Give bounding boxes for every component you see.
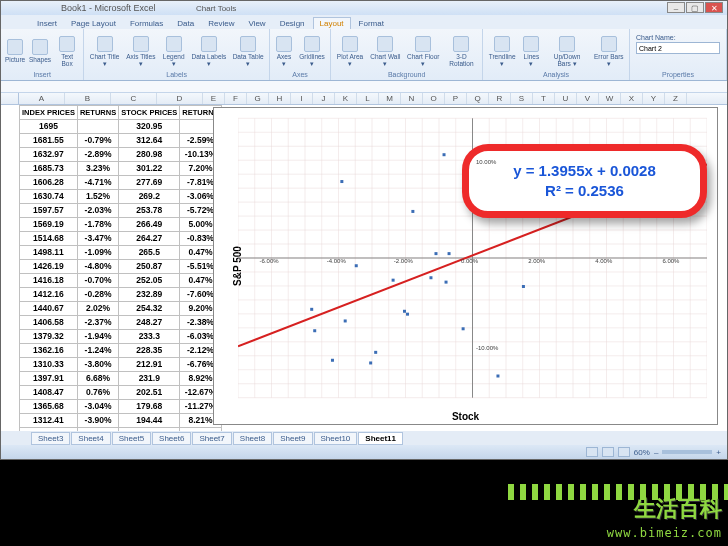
col-header[interactable]: O bbox=[423, 93, 445, 104]
table-cell[interactable]: 1416.18 bbox=[20, 274, 78, 288]
table-cell[interactable]: 232.89 bbox=[119, 288, 180, 302]
table-cell[interactable]: 266.49 bbox=[119, 218, 180, 232]
col-header[interactable]: B bbox=[65, 93, 111, 104]
data-table-button[interactable]: Data Table ▾ bbox=[230, 35, 266, 68]
table-cell[interactable]: 320.95 bbox=[119, 120, 180, 134]
table-cell[interactable]: 1695 bbox=[20, 120, 78, 134]
tab-formulas[interactable]: Formulas bbox=[124, 18, 169, 29]
table-cell[interactable]: -1.24% bbox=[77, 344, 118, 358]
table-cell[interactable]: 280.98 bbox=[119, 148, 180, 162]
table-cell[interactable]: -3.04% bbox=[77, 400, 118, 414]
sheet-tab[interactable]: Sheet5 bbox=[112, 432, 151, 445]
zoom-percent[interactable]: 60% bbox=[634, 448, 650, 457]
col-header[interactable]: Z bbox=[665, 93, 687, 104]
gridlines-button[interactable]: Gridlines ▾ bbox=[297, 35, 327, 68]
zoom-out-button[interactable]: – bbox=[654, 448, 658, 457]
select-all-corner[interactable] bbox=[1, 93, 19, 104]
table-cell[interactable]: 6.68% bbox=[77, 372, 118, 386]
col-header[interactable]: I bbox=[291, 93, 313, 104]
col-header[interactable]: V bbox=[577, 93, 599, 104]
table-cell[interactable]: -1.94% bbox=[77, 330, 118, 344]
col-header[interactable]: Y bbox=[643, 93, 665, 104]
table-cell[interactable]: -1.09% bbox=[77, 246, 118, 260]
tab-insert[interactable]: Insert bbox=[31, 18, 63, 29]
table-cell[interactable]: 1362.16 bbox=[20, 344, 78, 358]
table-cell[interactable]: -1.78% bbox=[77, 218, 118, 232]
table-cell[interactable]: 252.05 bbox=[119, 274, 180, 288]
table-cell[interactable]: 250.87 bbox=[119, 260, 180, 274]
table-cell[interactable]: 277.69 bbox=[119, 176, 180, 190]
tab-layout[interactable]: Layout bbox=[313, 17, 351, 29]
shapes-button[interactable]: Shapes bbox=[28, 38, 52, 64]
table-cell[interactable]: -3.47% bbox=[77, 232, 118, 246]
table-cell[interactable]: 3.23% bbox=[77, 162, 118, 176]
table-cell[interactable]: -3.80% bbox=[77, 358, 118, 372]
table-cell[interactable]: 1379.32 bbox=[20, 330, 78, 344]
table-cell[interactable]: 1606.28 bbox=[20, 176, 78, 190]
sheet-tab[interactable]: Sheet10 bbox=[314, 432, 358, 445]
chart-wall-button[interactable]: Chart Wall ▾ bbox=[368, 35, 403, 68]
table-cell[interactable]: -2.89% bbox=[77, 148, 118, 162]
table-cell[interactable]: 1569.19 bbox=[20, 218, 78, 232]
col-header[interactable]: M bbox=[379, 93, 401, 104]
sheet-tab[interactable]: Sheet3 bbox=[31, 432, 70, 445]
col-header[interactable]: F bbox=[225, 93, 247, 104]
col-header[interactable]: W bbox=[599, 93, 621, 104]
table-cell[interactable]: -2.03% bbox=[77, 204, 118, 218]
sheet-tab[interactable]: Sheet11 bbox=[358, 432, 403, 445]
table-cell[interactable]: -4.71% bbox=[77, 176, 118, 190]
zoom-in-button[interactable]: + bbox=[716, 448, 721, 457]
picture-button[interactable]: Picture bbox=[4, 38, 26, 64]
table-cell[interactable]: 194.44 bbox=[119, 414, 180, 428]
table-cell[interactable]: 202.51 bbox=[119, 386, 180, 400]
table-cell[interactable]: -0.28% bbox=[77, 288, 118, 302]
chart-title-button[interactable]: Chart Title ▾ bbox=[87, 35, 121, 68]
col-header[interactable]: R bbox=[489, 93, 511, 104]
col-header[interactable]: U bbox=[555, 93, 577, 104]
page-break-view-button[interactable] bbox=[618, 447, 630, 457]
table-cell[interactable]: -3.90% bbox=[77, 414, 118, 428]
sheet-tab[interactable]: Sheet4 bbox=[71, 432, 110, 445]
col-header[interactable]: S bbox=[511, 93, 533, 104]
table-cell[interactable]: 1365.68 bbox=[20, 400, 78, 414]
tab-data[interactable]: Data bbox=[171, 18, 200, 29]
minimize-button[interactable]: – bbox=[667, 2, 685, 13]
col-header[interactable]: C bbox=[111, 93, 157, 104]
col-header[interactable]: D bbox=[157, 93, 203, 104]
table-cell[interactable]: -4.80% bbox=[77, 260, 118, 274]
col-header[interactable]: K bbox=[335, 93, 357, 104]
table-cell[interactable]: 1630.74 bbox=[20, 190, 78, 204]
table-cell[interactable]: 231.9 bbox=[119, 372, 180, 386]
table-cell[interactable]: 179.68 bbox=[119, 400, 180, 414]
sheet-tab[interactable]: Sheet7 bbox=[192, 432, 231, 445]
sheet-tab[interactable]: Sheet8 bbox=[233, 432, 272, 445]
col-header[interactable]: L bbox=[357, 93, 379, 104]
table-cell[interactable]: -2.37% bbox=[77, 316, 118, 330]
close-button[interactable]: ✕ bbox=[705, 2, 723, 13]
table-cell[interactable]: 1397.91 bbox=[20, 372, 78, 386]
embedded-chart[interactable]: S&P 500 Stock y = 1.3955x + 0.0028 R² = … bbox=[213, 107, 718, 425]
table-cell[interactable] bbox=[77, 120, 118, 134]
formula-bar[interactable] bbox=[1, 81, 727, 93]
table-cell[interactable]: 248.27 bbox=[119, 316, 180, 330]
table-cell[interactable]: 264.27 bbox=[119, 232, 180, 246]
table-cell[interactable]: 1426.19 bbox=[20, 260, 78, 274]
col-header[interactable]: Q bbox=[467, 93, 489, 104]
error-bars-button[interactable]: Error Bars ▾ bbox=[592, 35, 626, 68]
col-header[interactable]: A bbox=[19, 93, 65, 104]
normal-view-button[interactable] bbox=[586, 447, 598, 457]
axes-button[interactable]: Axes ▾ bbox=[273, 35, 295, 68]
col-header[interactable]: J bbox=[313, 93, 335, 104]
trendline-button[interactable]: Trendline ▾ bbox=[486, 35, 518, 68]
col-header[interactable]: X bbox=[621, 93, 643, 104]
textbox-button[interactable]: Text Box bbox=[54, 35, 80, 68]
table-cell[interactable]: 312.64 bbox=[119, 134, 180, 148]
page-layout-view-button[interactable] bbox=[602, 447, 614, 457]
table-cell[interactable]: 265.5 bbox=[119, 246, 180, 260]
tab-design[interactable]: Design bbox=[274, 18, 311, 29]
tab-page-layout[interactable]: Page Layout bbox=[65, 18, 122, 29]
col-header[interactable]: G bbox=[247, 93, 269, 104]
data-labels-button[interactable]: Data Labels ▾ bbox=[190, 35, 229, 68]
table-cell[interactable]: 1408.47 bbox=[20, 386, 78, 400]
table-cell[interactable]: 301.22 bbox=[119, 162, 180, 176]
